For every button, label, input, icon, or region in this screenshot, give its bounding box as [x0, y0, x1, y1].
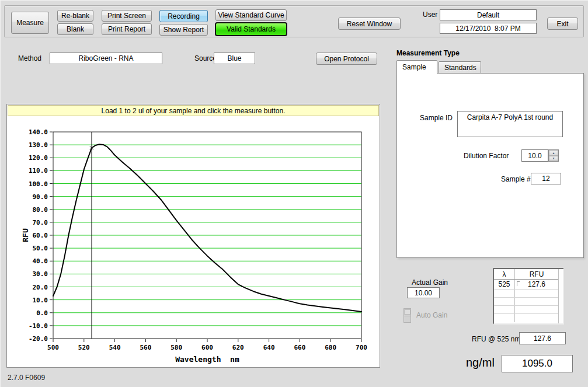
lambda-cell — [494, 298, 515, 305]
recording-button[interactable]: Recording — [159, 10, 208, 22]
svg-text:120.0: 120.0 — [29, 154, 48, 162]
svg-text:70.0: 70.0 — [33, 219, 48, 226]
print-screen-button[interactable]: Print Screen — [102, 10, 152, 22]
method-label: Method — [18, 54, 41, 62]
ngml-readout-field: 1095.0 — [502, 355, 573, 372]
show-report-button[interactable]: Show Report — [159, 24, 208, 36]
auto-gain-toggle[interactable] — [403, 308, 411, 323]
svg-text:100.0: 100.0 — [29, 180, 48, 188]
measure-button[interactable]: Measure — [11, 12, 49, 34]
rfu-cell — [515, 290, 558, 297]
cell-cursor-mark — [517, 281, 520, 286]
svg-text:20.0: 20.0 — [33, 284, 48, 291]
svg-text:130.0: 130.0 — [29, 141, 48, 149]
exit-button[interactable]: Exit — [547, 18, 578, 30]
wavelength-rfu-table[interactable]: λ RFU 525 127.6 — [493, 268, 564, 325]
instruction-banner: Load 1 to 2 ul of your sample and click … — [8, 105, 379, 116]
svg-text:0.0: 0.0 — [36, 309, 48, 317]
table-row[interactable]: 525 127.6 — [494, 280, 558, 290]
sample-number-field[interactable]: 12 — [531, 173, 561, 184]
svg-text:60.0: 60.0 — [33, 232, 48, 239]
rfu-readout-label: RFU @ 525 nm — [472, 335, 521, 343]
rfu-cell — [515, 314, 558, 322]
svg-text:-10.0: -10.0 — [29, 322, 48, 330]
user-field[interactable]: Default — [440, 9, 537, 20]
sample-id-label: Sample ID — [420, 114, 453, 122]
table-header-row: λ RFU — [494, 269, 558, 280]
blank-button[interactable]: Blank — [57, 23, 93, 35]
view-standard-curve-button[interactable]: View Standard Curve — [215, 9, 287, 21]
tab-sample[interactable]: Sample — [396, 60, 437, 74]
chart-container: Load 1 to 2 ul of your sample and click … — [6, 104, 380, 368]
svg-text:Wavelength nm: Wavelength nm — [175, 355, 239, 364]
measurement-type-title: Measurement Type — [396, 49, 460, 57]
svg-text:110.0: 110.0 — [29, 167, 48, 175]
rfu-cell — [515, 298, 558, 305]
svg-text:140.0: 140.0 — [29, 128, 48, 136]
auto-gain-label: Auto Gain — [416, 311, 447, 319]
spinner-down-icon[interactable]: ▼ — [549, 156, 558, 162]
svg-text:640: 640 — [263, 344, 275, 351]
actual-gain-label: Actual Gain — [412, 278, 448, 287]
reblank-button[interactable]: Re-blank — [57, 10, 93, 22]
svg-text:700: 700 — [356, 344, 367, 351]
rfu-cell[interactable]: 127.6 — [515, 280, 558, 289]
valid-standards-indicator: Valid Standards — [215, 22, 287, 36]
open-protocol-button[interactable]: Open Protocol — [316, 53, 377, 65]
svg-text:520: 520 — [78, 344, 90, 351]
auto-gain-toggle-track — [404, 316, 410, 316]
svg-text:620: 620 — [232, 344, 244, 351]
svg-text:90.0: 90.0 — [33, 193, 48, 201]
svg-text:580: 580 — [171, 344, 182, 351]
actual-gain-field: 10.00 — [407, 287, 440, 298]
svg-text:30.0: 30.0 — [33, 270, 48, 278]
svg-text:10.0: 10.0 — [33, 297, 48, 304]
source-field: Blue — [214, 53, 255, 64]
method-field[interactable]: RiboGreen - RNA — [50, 53, 162, 64]
table-row[interactable] — [494, 298, 558, 306]
sample-id-field[interactable]: Carpita A-7 PolyA 1st round — [457, 111, 563, 137]
dilution-factor-field[interactable]: 10.0 — [521, 149, 548, 162]
svg-text:680: 680 — [325, 344, 336, 351]
sample-tab-panel — [396, 73, 584, 258]
sample-number-label: Sample # — [501, 175, 531, 183]
table-row[interactable] — [494, 290, 558, 298]
auto-gain-toggle-handle[interactable] — [404, 309, 410, 315]
lambda-cell — [494, 306, 515, 313]
svg-text:80.0: 80.0 — [33, 206, 48, 214]
table-scrollbar-gutter[interactable] — [558, 269, 563, 323]
version-text: 2.7.0 F0609 — [8, 374, 45, 382]
table-body: λ RFU 525 127.6 — [494, 269, 558, 323]
rfu-readout-field: 127.6 — [519, 332, 566, 344]
toolbar-panel: Measure Re-blank Blank Print Screen Prin… — [4, 5, 584, 37]
svg-text:540: 540 — [109, 344, 121, 351]
reset-window-button[interactable]: Reset Window — [338, 18, 401, 30]
spectrum-chart[interactable]: 140.0130.0120.0110.0100.090.080.070.060.… — [7, 116, 380, 367]
datetime-field: 12/17/2010 8:07 PM — [440, 23, 537, 34]
rfu-cell-value: 127.6 — [528, 280, 545, 288]
spinner-up-icon[interactable]: ▲ — [549, 150, 558, 156]
lambda-cell[interactable]: 525 — [494, 280, 515, 289]
svg-text:40.0: 40.0 — [33, 257, 48, 265]
dilution-factor-label: Dilution Factor — [464, 152, 509, 160]
rfu-cell — [515, 306, 558, 313]
app-window: Measure Re-blank Blank Print Screen Prin… — [0, 0, 588, 387]
user-label: User — [423, 11, 437, 19]
print-report-button[interactable]: Print Report — [102, 23, 152, 35]
dilution-factor-stepper[interactable]: ▲ ▼ — [548, 149, 559, 162]
ngml-label: ng/ml — [466, 356, 495, 369]
svg-text:RFU: RFU — [21, 228, 30, 242]
lambda-cell — [494, 290, 515, 297]
lambda-column-header: λ — [494, 269, 515, 279]
svg-text:560: 560 — [140, 344, 151, 351]
rfu-column-header: RFU — [515, 269, 558, 279]
table-row[interactable] — [494, 306, 558, 314]
svg-text:500: 500 — [47, 344, 59, 351]
table-row[interactable] — [494, 314, 558, 322]
tab-standards[interactable]: Standards — [439, 61, 481, 74]
svg-text:660: 660 — [294, 344, 305, 351]
svg-text:600: 600 — [201, 344, 213, 351]
lambda-cell — [494, 314, 515, 322]
svg-text:50.0: 50.0 — [33, 245, 48, 252]
svg-text:-20.0: -20.0 — [29, 335, 48, 343]
